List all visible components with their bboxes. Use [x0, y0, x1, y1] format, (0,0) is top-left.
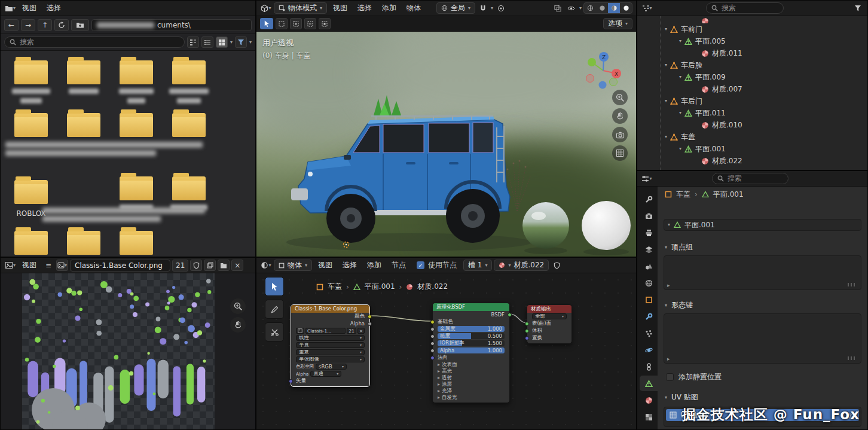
outliner-row[interactable]: ▾车盖	[637, 131, 867, 143]
editor-menus-button[interactable]: ≡	[42, 260, 54, 271]
display-thumbnail-button[interactable]	[216, 36, 228, 48]
tool-links-cut-button[interactable]	[265, 322, 284, 341]
create-folder-button[interactable]	[71, 19, 89, 31]
forward-button[interactable]: →	[21, 19, 35, 31]
properties-tab-modifiers[interactable]	[640, 309, 658, 324]
properties-search-input[interactable]: 搜索	[712, 173, 788, 184]
menu-select[interactable]: 选择	[42, 2, 65, 14]
shading-wireframe-button[interactable]	[584, 3, 596, 13]
folder-item[interactable]	[111, 231, 162, 255]
node-title[interactable]: Classis-1.Base Color.png	[291, 305, 369, 313]
outliner-search-input[interactable]: 搜索	[706, 2, 784, 14]
outliner-row[interactable]: ▾车前门	[637, 23, 867, 35]
shading-solid-button[interactable]	[596, 3, 608, 13]
folder-item[interactable]	[163, 60, 215, 103]
node-title[interactable]: 原理化BSDF	[433, 303, 509, 311]
image-node-source-select[interactable]: 单张图像▾	[291, 356, 369, 363]
menu-select[interactable]: 选择	[338, 259, 361, 272]
outliner-filter-button[interactable]	[852, 2, 864, 14]
use-nodes-checkbox[interactable]: ✓ 使用节点	[417, 260, 457, 270]
uv-maps-panel-header[interactable]: ▾ UV 贴图	[658, 389, 867, 405]
chevron-down-icon[interactable]: ▾	[230, 40, 233, 45]
fake-user-button[interactable]	[551, 260, 563, 271]
expand-chevron[interactable]: ▾	[679, 111, 681, 115]
bsdf-slider[interactable]: 金属度1.000	[433, 325, 509, 333]
folder-item[interactable]	[5, 60, 57, 103]
bsdf-slider[interactable]: 糙度0.500	[433, 333, 509, 340]
material-output-input[interactable]: 体积	[527, 327, 571, 334]
breadcrumb-material[interactable]: 材质.022	[417, 282, 448, 292]
expand-chevron[interactable]: ▾	[665, 135, 667, 139]
unlink-image-button[interactable]: ×	[231, 260, 243, 271]
proportional-editing-toggle[interactable]	[495, 2, 507, 14]
properties-tab-render[interactable]	[640, 208, 658, 224]
vertex-groups-list[interactable]: ▸	[664, 255, 861, 290]
overlays-toggle[interactable]	[566, 2, 577, 14]
browse-image-button[interactable]: ▾	[56, 260, 68, 271]
select-mode-extend-button[interactable]	[290, 18, 302, 29]
gizmo-neg-z[interactable]	[599, 81, 607, 89]
bsdf-collapsed-section[interactable]: ▸涂层	[433, 381, 509, 388]
expand-icon[interactable]: ▸	[667, 282, 670, 288]
viewport-zoom-button[interactable]	[612, 90, 628, 105]
material-output-input[interactable]: 表(曲)面	[527, 320, 571, 327]
display-vertical-list-button[interactable]	[187, 36, 199, 48]
xray-toggle[interactable]	[552, 2, 564, 14]
colorspace-select[interactable]: sRGB▾	[316, 364, 347, 370]
properties-tab-world[interactable]	[640, 275, 658, 291]
pan-button[interactable]	[230, 317, 246, 333]
properties-tab-tool[interactable]	[640, 191, 658, 207]
breadcrumb-object[interactable]: 车盖	[328, 282, 342, 292]
viewport-camera-button[interactable]	[612, 127, 628, 142]
bsdf-collapsed-section[interactable]: ▸自发光	[433, 394, 509, 401]
mesh-datablock-row[interactable]: ▾ 平面.001	[664, 219, 861, 231]
image-name-field[interactable]: Classis-1.Base Color.png	[70, 260, 170, 272]
shader-canvas[interactable]: 车盖 › 平面.001 › 材质.022 Classis-1.Base Colo…	[256, 273, 636, 429]
mode-dropdown[interactable]: 物体模式 ▾	[274, 2, 327, 14]
properties-tab-output[interactable]	[640, 225, 658, 240]
node-material-output[interactable]: 材质输出 全部▾ 表(曲)面体积置换	[527, 304, 572, 344]
alpha-output-socket[interactable]	[368, 322, 372, 326]
bsdf-collapsed-section[interactable]: ▸光泽	[433, 388, 509, 394]
viewport-grid-button[interactable]	[612, 145, 628, 161]
options-dropdown[interactable]: 选项 ▾	[603, 18, 632, 29]
material-output-input[interactable]: 置换	[527, 334, 571, 341]
unlink-icon[interactable]: ×	[357, 328, 365, 334]
menu-view[interactable]: 视图	[18, 259, 41, 272]
node-image-texture[interactable]: Classis-1.Base Color.png 颜色 Alpha Classi…	[291, 304, 370, 387]
duplicate-datablock-button[interactable]	[204, 260, 216, 271]
bsdf-slider[interactable]: Alpha1.000	[433, 347, 509, 354]
expand-chevron[interactable]: ▾	[679, 39, 681, 44]
outliner-row[interactable]: ▾平面.011	[637, 107, 867, 119]
chevron-down-icon[interactable]: ▾	[249, 40, 252, 45]
users-count-badge[interactable]: 21	[172, 260, 188, 272]
folder-item[interactable]	[111, 113, 162, 137]
viewport-canvas[interactable]: 用户透视 (0) 车身 | 车盖 X Z	[256, 32, 636, 257]
tool-annotate-button[interactable]	[265, 300, 284, 319]
outliner-row[interactable]: ▾车后门	[637, 95, 867, 107]
output-target-select[interactable]: 全部▾	[532, 313, 567, 319]
gizmo-neg-x[interactable]	[586, 75, 594, 83]
rest-position-row[interactable]: 添加静置位置	[666, 372, 859, 382]
shape-keys-list[interactable]: ▸	[664, 313, 861, 364]
zoom-button[interactable]	[230, 298, 246, 314]
image-node-projection-select[interactable]: 平直▾	[291, 341, 369, 349]
navigation-gizmo[interactable]: X Z	[582, 50, 624, 92]
snap-toggle[interactable]	[477, 2, 489, 14]
material-datablock-field[interactable]: ▾ 材质.022	[494, 260, 549, 271]
expand-chevron[interactable]: ▾	[665, 27, 667, 32]
refresh-button[interactable]	[54, 19, 69, 31]
folder-item[interactable]	[111, 60, 162, 103]
folder-item[interactable]	[58, 231, 109, 255]
gizmo-y-axis[interactable]	[588, 58, 596, 66]
outliner-row[interactable]: ▾车后脸	[637, 59, 867, 71]
up-button[interactable]: ↑	[38, 19, 52, 31]
properties-tab-scene[interactable]	[640, 258, 658, 274]
back-button[interactable]: ←	[4, 19, 19, 31]
checkbox-unchecked-icon[interactable]	[666, 373, 674, 381]
image-node-interpolation-select[interactable]: 线性▾	[291, 334, 369, 341]
properties-tab-data[interactable]	[640, 376, 658, 391]
chevron-down-icon[interactable]: ▾	[579, 6, 582, 11]
active-tool-select-box[interactable]	[260, 18, 273, 29]
menu-view[interactable]: 视图	[314, 259, 337, 272]
